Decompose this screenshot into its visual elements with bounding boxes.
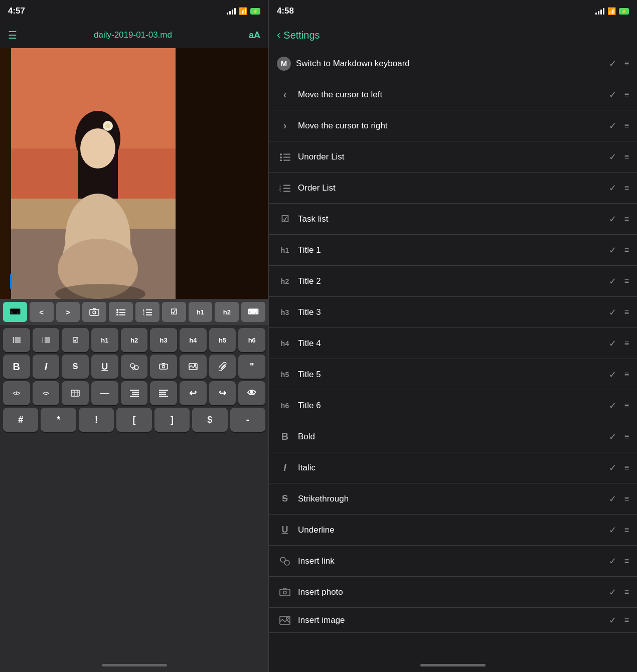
item-drag-title5[interactable]: ≡ [624,370,629,379]
item-label-title1: Title 1 [298,245,609,255]
key-unordered-list[interactable] [3,328,30,352]
item-drag-insert-image[interactable]: ≡ [624,616,629,625]
item-drag-insert-photo[interactable]: ≡ [624,588,629,597]
list-item[interactable]: h2 Title 2 ✓ ≡ [269,266,637,297]
right-home-indicator [269,658,637,672]
item-drag-strikethrough[interactable]: ≡ [624,494,629,503]
list-item[interactable]: M Switch to Markdown keyboard ✓ ≡ [269,48,637,79]
key-h2[interactable]: h2 [121,328,148,352]
right-time: 4:58 [277,6,294,16]
key-code-inline[interactable]: </> [3,381,30,405]
key-indent-left[interactable] [121,381,148,405]
list-item[interactable]: › Move the cursor to right ✓ ≡ [269,110,637,141]
list-item[interactable]: Insert photo ✓ ≡ [269,577,637,608]
left-status-bar: 4:57 📶 ⚡ [0,0,268,22]
item-drag-title4[interactable]: ≡ [624,339,629,348]
left-time: 4:57 [8,6,25,16]
item-check-title5: ✓ [609,369,616,380]
hamburger-icon[interactable]: ☰ [8,29,17,41]
key-quote[interactable]: " [238,355,265,379]
list-item[interactable]: ☑ Task list ✓ ≡ [269,204,637,235]
list-item[interactable]: U Underline ✓ ≡ [269,515,637,546]
item-drag-underline[interactable]: ≡ [624,526,629,535]
item-drag-markdown[interactable]: ≡ [624,59,629,68]
toolbar-ordered-btn[interactable]: 1 2 3 [135,302,160,322]
anime-image [0,48,268,299]
item-drag-cursor-left[interactable]: ≡ [624,90,629,99]
list-item[interactable]: Insert image ✓ ≡ [269,608,637,633]
list-item[interactable]: 1 2 3 Order List ✓ ≡ [269,173,637,204]
item-drag-unorder[interactable]: ≡ [624,152,629,161]
item-label-insert-image: Insert image [298,615,609,625]
list-item[interactable]: h3 Title 3 ✓ ≡ [269,297,637,328]
toolbar-keyboard-btn[interactable]: ⌨ [3,302,27,322]
list-item[interactable]: B Bold ✓ ≡ [269,421,637,452]
key-h5[interactable]: h5 [209,328,236,352]
key-insert-photo[interactable] [150,355,177,379]
key-table[interactable] [62,381,89,405]
key-hash[interactable]: # [3,408,38,432]
key-h1[interactable]: h1 [91,328,118,352]
item-drag-italic[interactable]: ≡ [624,463,629,472]
item-drag-title6[interactable]: ≡ [624,401,629,410]
key-bold[interactable]: B [3,355,30,379]
key-bracket-open[interactable]: [ [116,408,151,432]
item-drag-order[interactable]: ≡ [624,184,629,193]
key-indent-right[interactable] [150,381,177,405]
toolbar-h1-btn[interactable]: h1 [189,302,213,322]
list-item[interactable]: h1 Title 1 ✓ ≡ [269,235,637,266]
key-insert-image[interactable] [180,355,207,379]
key-hr[interactable]: — [91,381,118,405]
key-tasklist[interactable]: ☑ [62,328,89,352]
list-item[interactable]: h4 Title 4 ✓ ≡ [269,328,637,359]
key-bracket-close[interactable]: ] [154,408,190,432]
key-h3[interactable]: h3 [150,328,177,352]
toolbar-cursor-left-btn[interactable]: < [30,302,54,322]
key-preview[interactable]: 👁 [238,381,265,405]
svg-rect-52 [132,392,139,393]
list-item[interactable]: h5 Title 5 ✓ ≡ [269,359,637,390]
svg-point-17 [116,309,118,311]
svg-rect-47 [71,390,79,396]
key-h4[interactable]: h4 [180,328,207,352]
toolbar-h2-btn[interactable]: h2 [215,302,239,322]
item-drag-cursor-right[interactable]: ≡ [624,121,629,130]
key-code-block[interactable]: <> [33,381,60,405]
item-drag-title3[interactable]: ≡ [624,308,629,317]
back-button[interactable]: ‹ [277,29,280,42]
key-undo[interactable]: ↩ [180,381,207,405]
toolbar-tasklist-btn[interactable]: ☑ [162,302,186,322]
font-size-button[interactable]: aA [249,30,260,41]
key-exclamation[interactable]: ! [79,408,114,432]
key-asterisk[interactable]: * [41,408,76,432]
key-attach[interactable] [209,355,236,379]
svg-rect-53 [132,394,139,395]
list-item[interactable]: Insert link ✓ ≡ [269,546,637,577]
item-drag-tasklist[interactable]: ≡ [624,215,629,224]
svg-text:3: 3 [279,190,281,192]
key-dash[interactable]: - [230,408,265,432]
list-item[interactable]: Unorder List ✓ ≡ [269,141,637,173]
item-drag-insert-link[interactable]: ≡ [624,557,629,566]
toolbar-cursor-right-btn[interactable]: > [56,302,80,322]
key-ordered-list[interactable]: 123 [33,328,60,352]
toolbar-keyboard2-btn[interactable]: ⌨ [241,302,265,322]
toolbar-unordered-btn[interactable] [109,302,133,322]
list-item[interactable]: S Strikethrough ✓ ≡ [269,483,637,515]
key-underline[interactable]: U [91,355,118,379]
toolbar-photo-btn[interactable] [82,302,106,322]
item-drag-title1[interactable]: ≡ [624,246,629,255]
key-italic[interactable]: I [33,355,60,379]
key-dollar[interactable]: $ [192,408,227,432]
svg-point-29 [13,338,14,339]
key-link[interactable] [121,355,148,379]
key-redo[interactable]: ↪ [209,381,236,405]
list-item[interactable]: h6 Title 6 ✓ ≡ [269,390,637,421]
list-item[interactable]: I Italic ✓ ≡ [269,452,637,483]
list-item[interactable]: ‹ Move the cursor to left ✓ ≡ [269,79,637,110]
key-h6[interactable]: h6 [238,328,265,352]
key-strikethrough[interactable]: S [62,355,89,379]
item-drag-bold[interactable]: ≡ [624,432,629,441]
item-drag-title2[interactable]: ≡ [624,277,629,286]
item-check-title6: ✓ [609,400,616,411]
